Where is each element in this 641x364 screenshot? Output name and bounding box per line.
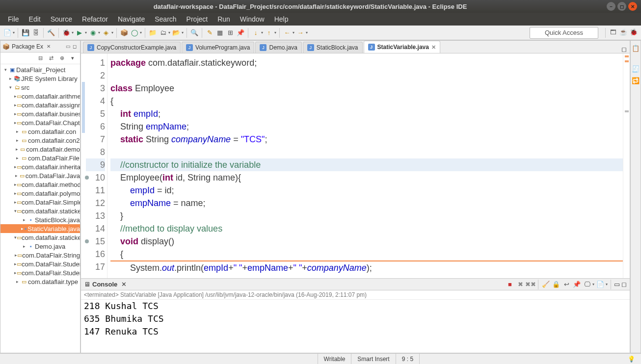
dropdown-caret-icon[interactable]: ▾ [182, 30, 184, 35]
java-perspective-icon[interactable]: ☕ [619, 28, 628, 37]
console-minimize-icon[interactable]: ▭ [614, 281, 620, 288]
menu-source[interactable]: Source [47, 14, 76, 25]
editor-tab[interactable]: JDemo.java [255, 42, 301, 53]
forward-icon[interactable]: → [296, 28, 305, 37]
tree-package[interactable]: ▸▭com.DataFlair.Student [0, 260, 80, 268]
outline-icon[interactable]: 🧾 [631, 64, 640, 73]
tree-package[interactable]: ▸▭com.dataflair.business [0, 109, 80, 118]
tree-file-selected[interactable]: ▸▪StaticVariable.java [0, 224, 80, 233]
status-tip-icon[interactable]: 💡 [622, 354, 641, 364]
tree-package[interactable]: ▸▭com.DataFlair.Student2 [0, 268, 80, 277]
menu-file[interactable]: File [4, 14, 23, 25]
search-icon[interactable]: 🔍 [190, 28, 199, 37]
clear-console-icon[interactable]: 🧹 [541, 280, 550, 289]
console-close-icon[interactable]: ✕ [121, 281, 127, 288]
task-list-icon[interactable]: 📋 [631, 44, 640, 52]
dropdown-caret-icon[interactable]: ▾ [261, 30, 263, 35]
window-close-button[interactable]: ✕ [628, 2, 637, 11]
overview-ruler[interactable] [623, 53, 630, 278]
dropdown-caret-icon[interactable]: ▾ [606, 282, 608, 286]
new-icon[interactable]: 📄 [3, 28, 12, 37]
tree-project[interactable]: ▾▣DataFlair_Project [0, 65, 80, 74]
tree-package[interactable]: ▸▭com.dataflair.method [0, 180, 80, 189]
menu-run[interactable]: Run [214, 14, 234, 25]
tree-package[interactable]: ▸▭com.DataFlair.Chapter [0, 118, 80, 127]
word-wrap-icon[interactable]: ↩ [562, 280, 571, 289]
view-close-icon[interactable]: ✕ [45, 43, 52, 50]
window-maximize-button[interactable]: ◻ [617, 2, 626, 11]
editor-tab[interactable]: JStaticVariable.java✕ [364, 41, 440, 53]
tree-package[interactable]: ▸▭com.DataFlair.Simple [0, 198, 80, 207]
console-output[interactable]: 218 Kushal TCS 635 Bhumika TCS 147 Renuk… [81, 300, 630, 353]
coverage-icon[interactable]: ◉ [88, 28, 97, 37]
focus-icon[interactable]: ⊕ [57, 54, 66, 63]
run-icon[interactable]: ▶ [75, 28, 84, 37]
dropdown-caret-icon[interactable]: ▾ [13, 30, 15, 35]
toggle-mark-icon[interactable]: ✎ [205, 28, 214, 37]
next-annotation-icon[interactable]: ↓ [251, 28, 260, 37]
dropdown-caret-icon[interactable]: ▾ [293, 30, 294, 35]
menu-project[interactable]: Project [183, 14, 212, 25]
tree-file[interactable]: ▸▪Demo.java [0, 242, 80, 251]
view-menu-icon[interactable]: ▾ [68, 54, 77, 63]
tree-package[interactable]: ▸▭com.DataFlair.Java [0, 171, 80, 180]
view-minimize-icon[interactable]: ▭ [64, 43, 71, 50]
run-last-icon[interactable]: ◈ [102, 28, 110, 37]
menu-refactor[interactable]: Refactor [78, 14, 112, 25]
debug-icon[interactable]: 🐞 [62, 28, 71, 37]
dropdown-caret-icon[interactable]: ▾ [72, 30, 74, 35]
editor-tab[interactable]: JStaticBlock.java [303, 42, 363, 53]
view-maximize-icon[interactable]: ◻ [71, 43, 78, 50]
menu-navigate[interactable]: Navigate [114, 14, 149, 25]
quick-access-input[interactable]: Quick Access [530, 27, 598, 39]
pin-icon[interactable]: 📌 [236, 28, 245, 37]
save-icon[interactable]: 💾 [21, 28, 30, 37]
back-icon[interactable]: ← [283, 28, 292, 37]
dropdown-caret-icon[interactable]: ▾ [306, 30, 308, 35]
dropdown-caret-icon[interactable]: ▾ [111, 30, 113, 35]
tree-package[interactable]: ▸▭com.DataFlair.File [0, 154, 80, 162]
debug-perspective-icon[interactable]: 🐞 [629, 28, 638, 37]
tree-src[interactable]: ▾🗂src [0, 83, 80, 92]
menu-help[interactable]: Help [270, 14, 293, 25]
build-icon[interactable]: 🔨 [47, 28, 55, 37]
remove-launch-icon[interactable]: ✖ [516, 280, 525, 289]
tree-package[interactable]: ▸▭com.dataflair.con2 [0, 136, 80, 145]
dropdown-caret-icon[interactable]: ▾ [274, 30, 276, 35]
tree-jre[interactable]: ▸📚JRE System Library [0, 74, 80, 83]
scroll-lock-icon[interactable]: 🔒 [552, 280, 561, 289]
pin-console-icon[interactable]: 📌 [572, 280, 581, 289]
dropdown-caret-icon[interactable]: ▾ [140, 30, 142, 35]
editor-tab[interactable]: JVolumeProgram.java [182, 42, 254, 53]
window-minimize-button[interactable]: – [607, 2, 615, 11]
terminate-icon[interactable]: ■ [506, 280, 514, 289]
display-selected-icon[interactable]: 🖵 [583, 280, 591, 289]
dropdown-caret-icon[interactable]: ▾ [85, 30, 87, 35]
tree-package[interactable]: ▸▭com.dataflair.assignment [0, 101, 80, 109]
open-type-icon[interactable]: 📁 [148, 28, 157, 37]
editor-maximize-icon[interactable]: ◻ [621, 46, 627, 53]
menu-edit[interactable]: Edit [25, 14, 45, 25]
toggle-block-icon[interactable]: ▦ [215, 28, 224, 37]
new-class-icon[interactable]: ◯ [130, 28, 139, 37]
new-package-icon[interactable]: 📦 [120, 28, 129, 37]
close-tab-icon[interactable]: ✕ [431, 44, 436, 51]
tree-package-open[interactable]: ▾▭com.dataflair.statickeyword [0, 207, 80, 215]
tree-package[interactable]: ▸▭com.dataflair.polymorphism [0, 189, 80, 198]
prev-annotation-icon[interactable]: ↑ [265, 28, 273, 37]
editor-tab[interactable]: JCopyConstructorExample.java [83, 42, 181, 53]
open-perspective-icon[interactable]: 🗔 [609, 28, 617, 37]
tree-package[interactable]: ▸▭com.dataflair.type [0, 277, 80, 286]
dropdown-caret-icon[interactable]: ▾ [98, 30, 100, 35]
editor-body[interactable]: 1234567891011121314151617 package com.da… [81, 53, 630, 278]
dropdown-caret-icon[interactable]: ▾ [592, 282, 594, 286]
menu-window[interactable]: Window [236, 14, 268, 25]
tree-package[interactable]: ▸▭com.dataflair.con [0, 127, 80, 136]
open-console-icon[interactable]: 📄 [596, 280, 605, 289]
link-editor-icon[interactable]: ⇄ [47, 54, 55, 63]
open-resource-icon[interactable]: 📂 [172, 28, 181, 37]
open-task-icon[interactable]: 🗂 [159, 28, 167, 37]
tree-package[interactable]: ▸▭com.dataflair.inheritance [0, 162, 80, 171]
tree-package[interactable]: ▸▭com.dataflair.demo [0, 145, 80, 154]
menu-search[interactable]: Search [151, 14, 180, 25]
